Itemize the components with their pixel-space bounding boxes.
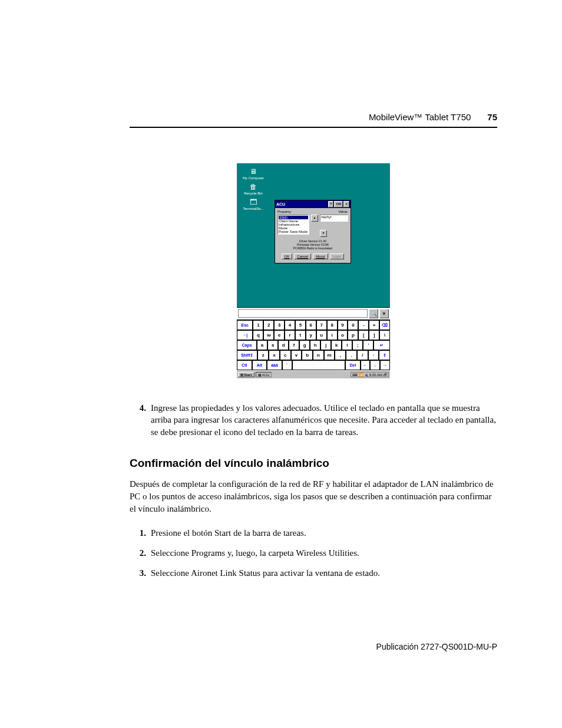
key[interactable]: l xyxy=(342,340,352,350)
key[interactable]: 7 xyxy=(316,320,327,330)
key[interactable]: 2 xyxy=(263,320,274,330)
key[interactable]: - xyxy=(358,320,369,330)
key[interactable]: f xyxy=(289,340,299,350)
scroll-up-icon[interactable]: ▲ xyxy=(311,215,318,222)
desktop-icon-my-computer[interactable]: 🖥 My Computer xyxy=(240,167,266,180)
close-button[interactable]: × xyxy=(343,201,349,207)
key[interactable]: \ xyxy=(379,330,390,340)
step-list-continued: 4. Ingrese las propiedades y los valores… xyxy=(130,402,497,438)
key[interactable]: c xyxy=(280,350,291,360)
property-label: Property: xyxy=(277,210,292,213)
key[interactable]: m xyxy=(324,350,335,360)
key[interactable]: i xyxy=(327,330,338,340)
key[interactable]: q xyxy=(253,330,263,340)
acu-status-text: Driver Version V1.40 Firmware Version V3… xyxy=(277,239,348,250)
desktop-icon[interactable]: 🗗 xyxy=(384,373,387,377)
start-button[interactable]: ⊞ Start xyxy=(238,372,254,377)
key[interactable]: 0 xyxy=(348,320,358,330)
search-icon[interactable]: 🔍 xyxy=(369,309,378,318)
key-down[interactable]: ↓ xyxy=(370,360,380,370)
key-ctrl[interactable]: Ctl xyxy=(237,360,252,370)
key-backspace[interactable]: ⌫ xyxy=(379,320,390,330)
key[interactable]: 8 xyxy=(327,320,338,330)
key[interactable]: j xyxy=(320,340,331,350)
cancel-button[interactable]: Cancel xyxy=(294,253,311,259)
key-space[interactable] xyxy=(292,360,346,370)
key-shift-right[interactable]: ⇧ xyxy=(379,350,390,360)
keyboard-row: →| q w e r t y u i o p [ ] \ xyxy=(237,330,390,340)
clock: 8:00 AM xyxy=(369,373,382,377)
key[interactable]: / xyxy=(357,350,368,360)
about-button[interactable]: About xyxy=(313,253,328,259)
osk-text-input[interactable] xyxy=(238,309,368,318)
desktop-icon-recycle-bin[interactable]: 🗑 Recycle Bin xyxy=(240,182,266,195)
key-up[interactable]: ↑ xyxy=(368,350,379,360)
acu-titlebar[interactable]: ACU ? OK × xyxy=(275,200,351,208)
system-tray[interactable]: ⌨ 📶 🔌 8:00 AM 🗗 xyxy=(351,372,389,377)
key-left[interactable]: ← xyxy=(361,360,371,370)
key[interactable]: ] xyxy=(369,330,379,340)
key[interactable]: 6 xyxy=(306,320,316,330)
key-caps[interactable]: Caps xyxy=(237,340,257,350)
list-item: 4. Ingrese las propiedades y los valores… xyxy=(130,402,497,438)
key[interactable]: n xyxy=(313,350,324,360)
key[interactable]: z xyxy=(257,350,269,360)
tray-icon[interactable]: 📶 xyxy=(359,373,363,377)
osk-input-row: 🔍 × xyxy=(237,307,390,319)
desktop-icon-terminal-services[interactable]: 🗔 TerminalSe... xyxy=(240,197,266,210)
key[interactable]: k xyxy=(331,340,342,350)
list-item[interactable]: Infrastructure Mode xyxy=(279,223,308,230)
key[interactable]: g xyxy=(299,340,310,350)
key[interactable]: e xyxy=(274,330,285,340)
key[interactable]: 1 xyxy=(253,320,263,330)
value-input[interactable]: zephyr xyxy=(320,215,348,222)
key[interactable]: 3 xyxy=(274,320,285,330)
key[interactable]: [ xyxy=(358,330,369,340)
key[interactable]: t xyxy=(295,330,306,340)
key[interactable]: ' xyxy=(363,340,373,350)
key-esc[interactable]: Esc xyxy=(237,320,253,330)
key[interactable]: o xyxy=(338,330,348,340)
close-icon[interactable]: × xyxy=(379,309,389,318)
scroll-down-icon[interactable]: ▼ xyxy=(320,230,327,237)
key[interactable]: 4 xyxy=(285,320,295,330)
tray-icon[interactable]: 🔌 xyxy=(364,373,368,377)
key[interactable]: p xyxy=(348,330,358,340)
key[interactable]: 9 xyxy=(338,320,348,330)
key[interactable]: = xyxy=(369,320,379,330)
key-del[interactable]: Del xyxy=(345,360,361,370)
ok-button[interactable]: OK xyxy=(282,253,293,259)
ok-titlebar-button[interactable]: OK xyxy=(334,201,343,207)
recycle-bin-icon: 🗑 xyxy=(249,182,258,192)
tray-icon[interactable]: ⌨ xyxy=(352,373,358,377)
key[interactable]: d xyxy=(278,340,289,350)
key[interactable]: ` xyxy=(282,360,292,370)
key[interactable]: v xyxy=(291,350,302,360)
key[interactable]: r xyxy=(285,330,295,340)
key[interactable]: a xyxy=(257,340,267,350)
key[interactable]: ; xyxy=(352,340,363,350)
key[interactable]: u xyxy=(316,330,327,340)
key[interactable]: h xyxy=(310,340,320,350)
intro-paragraph: Después de completar la configuración de… xyxy=(130,478,497,515)
taskbar-task-acu[interactable]: ▦ ACU xyxy=(256,372,272,377)
list-item[interactable]: WEP xyxy=(279,233,308,235)
key[interactable]: 5 xyxy=(295,320,306,330)
key[interactable]: y xyxy=(306,330,316,340)
key-right[interactable]: → xyxy=(380,360,390,370)
key-tab[interactable]: →| xyxy=(237,330,253,340)
key[interactable]: , xyxy=(335,350,346,360)
key-enter[interactable]: ↵ xyxy=(373,340,390,350)
key[interactable]: x xyxy=(269,350,280,360)
terminal-icon: 🗔 xyxy=(249,197,258,207)
key-accents[interactable]: àáâ xyxy=(267,360,282,370)
help-button[interactable]: ? xyxy=(328,201,334,207)
key-alt[interactable]: Alt xyxy=(252,360,267,370)
key-shift[interactable]: Shift⇧ xyxy=(237,350,257,360)
keyboard-row: Ctl Alt àáâ ` Del ← ↓ → xyxy=(237,360,390,370)
key[interactable]: b xyxy=(302,350,313,360)
property-listbox[interactable]: SSID Client Name Infrastructure Mode Pow… xyxy=(277,215,309,235)
key[interactable]: . xyxy=(346,350,357,360)
key[interactable]: s xyxy=(267,340,278,350)
key[interactable]: w xyxy=(263,330,274,340)
